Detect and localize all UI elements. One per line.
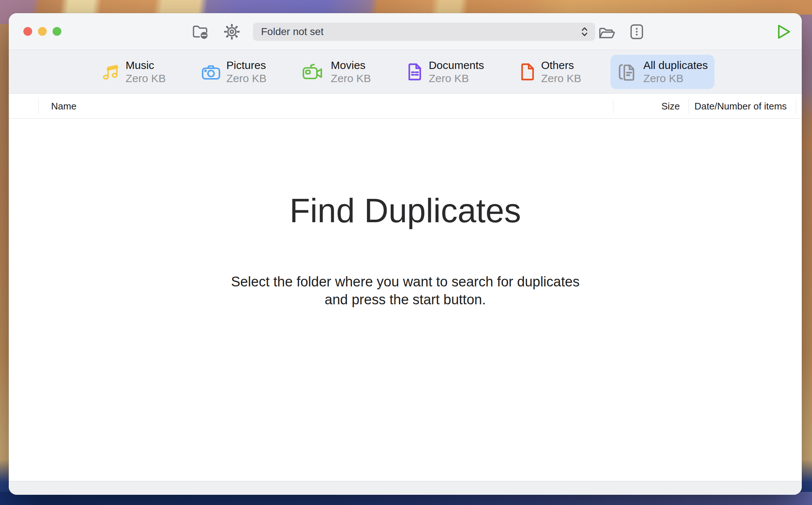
camera-icon	[202, 63, 221, 80]
category-tabs: Music Zero KB Pictures Zero KB	[9, 50, 802, 94]
tab-size: Zero KB	[643, 72, 708, 85]
subtitle-line-1: Select the folder where you want to sear…	[231, 274, 580, 289]
duplicate-files-icon	[617, 63, 637, 81]
column-header-name[interactable]: Name	[51, 94, 76, 119]
tab-size: Zero KB	[126, 72, 166, 85]
panel-options-icon[interactable]	[630, 24, 643, 39]
tab-others[interactable]: Others Zero KB	[513, 55, 588, 89]
music-note-icon	[102, 63, 120, 81]
empty-state: Find Duplicates Select the folder where …	[9, 119, 802, 481]
tab-pictures[interactable]: Pictures Zero KB	[195, 55, 273, 89]
list-header: Name Size Date/Number of items	[9, 94, 802, 119]
column-divider	[38, 99, 39, 113]
subtitle-line-2: and press the start button.	[325, 292, 486, 307]
tab-size: Zero KB	[429, 72, 484, 85]
tab-all-duplicates[interactable]: All duplicates Zero KB	[610, 55, 715, 89]
minimize-button[interactable]	[38, 27, 47, 36]
document-grid-icon	[407, 63, 423, 81]
app-window: Folder not set	[9, 13, 802, 495]
empty-state-subtitle: Select the folder where you want to sear…	[231, 273, 580, 308]
close-button[interactable]	[23, 27, 32, 36]
file-icon	[520, 63, 535, 81]
column-divider[interactable]	[689, 99, 689, 113]
tab-music[interactable]: Music Zero KB	[95, 55, 172, 89]
zoom-button[interactable]	[53, 27, 61, 36]
empty-state-title: Find Duplicates	[290, 192, 521, 230]
tab-label: Pictures	[226, 59, 267, 72]
remove-folder-icon[interactable]	[192, 24, 209, 39]
tab-size: Zero KB	[541, 72, 581, 85]
tab-movies[interactable]: Movies Zero KB	[296, 55, 378, 89]
column-header-size[interactable]: Size	[661, 94, 680, 119]
toolbar: Folder not set	[9, 13, 802, 50]
column-divider[interactable]	[613, 99, 613, 113]
column-header-date[interactable]: Date/Number of items	[694, 94, 787, 119]
column-divider	[796, 99, 796, 113]
open-folder-icon[interactable]	[598, 26, 616, 40]
settings-gear-icon[interactable]	[223, 23, 240, 40]
start-scan-play-icon[interactable]	[776, 23, 792, 40]
tab-size: Zero KB	[331, 72, 371, 85]
tab-label: Movies	[331, 59, 371, 72]
folder-select-value: Folder not set	[261, 26, 581, 38]
wallpaper-right-edge	[800, 15, 812, 150]
popup-chevrons-icon	[581, 26, 589, 37]
folder-select-popup[interactable]: Folder not set	[253, 23, 595, 41]
tab-label: All duplicates	[643, 59, 708, 72]
tab-documents[interactable]: Documents Zero KB	[400, 55, 491, 89]
status-bar	[9, 481, 802, 495]
video-camera-icon	[302, 63, 325, 81]
tab-label: Music	[126, 59, 166, 72]
traffic-lights	[23, 27, 61, 36]
tab-size: Zero KB	[226, 72, 267, 85]
tab-label: Documents	[429, 59, 484, 72]
tab-label: Others	[541, 59, 581, 72]
